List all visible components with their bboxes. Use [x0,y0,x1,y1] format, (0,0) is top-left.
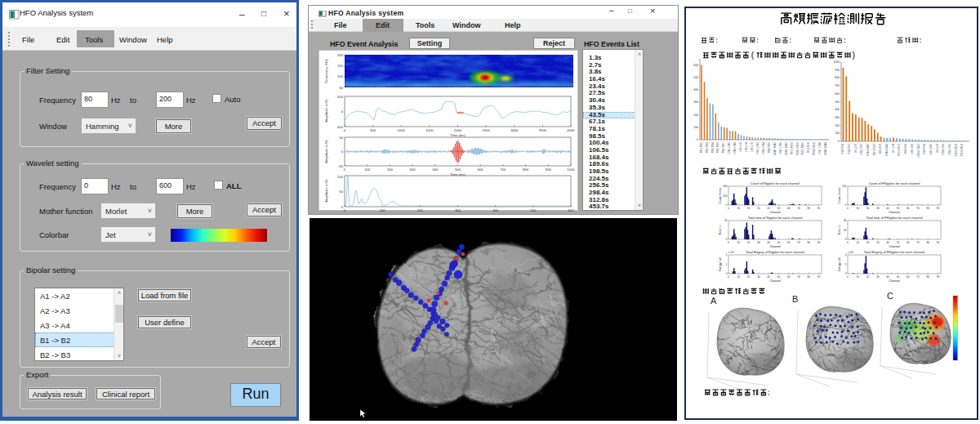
svg-text:50: 50 [777,207,781,210]
svg-text:2: 2 [726,253,728,257]
svg-text:900: 900 [835,69,840,72]
svg-text:0: 0 [728,241,729,244]
svg-text:P3D1-P3D2: P3D1-P3D2 [955,144,958,156]
svg-text:700: 700 [500,167,506,172]
svg-text:400: 400 [835,108,840,111]
svg-text:80: 80 [927,275,930,279]
svg-text:200: 200 [693,114,698,117]
svg-text:P3T1-P3T2: P3T1-P3T2 [873,144,876,156]
svg-text:50: 50 [897,207,900,210]
svg-text:Total Engery of Ripples for ea: Total Engery of Ripples for each channel [746,250,804,254]
svg-text:P3I1-P3I2: P3I1-P3I2 [700,142,703,154]
svg-text:Channel: Channel [769,279,781,283]
svg-text:Amplitude (uV): Amplitude (uV) [324,141,328,163]
svg-text:40: 40 [886,241,889,244]
svg-text:K3B1-K3B2: K3B1-K3B2 [785,142,788,155]
svg-text:100: 100 [835,132,840,135]
svg-text:LTB3-LTB4: LTB3-LTB4 [762,142,765,154]
svg-text:800: 800 [835,76,840,79]
svg-text:Count / times: Count / times [719,187,722,203]
svg-text:0: 0 [847,207,849,210]
svg-text:20: 20 [866,207,870,210]
svg-text:100: 100 [693,126,698,129]
svg-text:70: 70 [797,207,800,210]
svg-text:80: 80 [808,207,811,210]
svg-text:50: 50 [724,219,728,222]
svg-text:500: 500 [337,95,344,99]
svg-text:20: 20 [747,275,751,279]
svg-text:600: 600 [835,92,840,96]
svg-text:C: C [887,291,893,301]
svg-text:600: 600 [693,64,698,67]
svg-text:-500: -500 [336,125,344,129]
svg-text:800: 800 [523,167,529,172]
svg-text:0: 0 [728,275,729,279]
svg-text:LH7-LH8: LH7-LH8 [892,144,895,154]
svg-text:70: 70 [916,275,920,279]
svg-text:200: 200 [387,167,394,172]
svg-text:200: 200 [835,124,840,127]
svg-text:10: 10 [737,241,741,244]
svg-text:LH5-LH6: LH5-LH6 [751,142,754,152]
svg-text:50: 50 [897,275,900,279]
svg-text:0: 0 [344,128,346,132]
svg-text:50: 50 [339,136,343,140]
svg-text:50: 50 [339,86,343,90]
svg-text:P3H1-P3H2: P3H1-P3H2 [960,144,964,156]
svg-text:Time / s: Time / s [838,225,841,234]
svg-text:LTA1-LTA2: LTA1-LTA2 [728,142,731,154]
svg-text:90: 90 [817,241,821,244]
svg-text:P3I8-P3I9: P3I8-P3I9 [768,142,771,154]
svg-text:30: 30 [876,275,880,279]
svg-text:20: 20 [866,241,870,244]
svg-text:x 107: x 107 [728,251,735,254]
svg-text:400: 400 [723,185,728,188]
svg-text:150: 150 [337,64,344,68]
svg-text:K3A1-K3A2: K3A1-K3A2 [773,142,777,155]
svg-text:LTA1-LTA2: LTA1-LTA2 [929,144,933,155]
svg-text:LH3-LH4: LH3-LH4 [745,142,748,152]
svg-text:0: 0 [341,150,344,154]
svg-text:2000: 2000 [454,128,462,132]
svg-text:P3I6-P3I7: P3I6-P3I7 [848,144,851,154]
svg-text:-50: -50 [338,164,344,168]
svg-text:300: 300 [693,100,698,104]
svg-text:200: 200 [337,53,344,57]
svg-text:Time (ms): Time (ms) [450,133,466,137]
svg-text:90: 90 [817,275,821,279]
svg-text:Total time of FRipples for eac: Total time of FRipples for each channel [866,216,922,220]
svg-text:4000: 4000 [567,128,575,132]
svg-text:30: 30 [876,241,880,244]
svg-text:K3A3-K3A4: K3A3-K3A4 [885,144,889,156]
svg-text:LH1-LH2: LH1-LH2 [739,142,742,152]
svg-text:P3I3-P3I4: P3I3-P3I4 [711,142,715,154]
svg-text:LTB1-LTB2: LTB1-LTB2 [756,142,760,154]
svg-text:1000: 1000 [567,167,575,172]
svg-text:90: 90 [817,207,821,210]
svg-text:Amplitude (uV): Amplitude (uV) [324,180,328,203]
svg-text:50: 50 [777,275,781,279]
svg-text:30: 30 [876,207,880,210]
svg-text:P3D1-P3D2: P3D1-P3D2 [796,142,800,155]
svg-text:P3I2-P3I3: P3I2-P3I3 [706,142,709,154]
svg-text:500: 500 [370,128,376,132]
svg-text:0: 0 [847,275,849,279]
svg-text:1000: 1000 [398,128,406,132]
svg-text:500: 500 [842,185,847,188]
svg-text:500: 500 [693,76,698,79]
svg-text:70: 70 [916,207,920,210]
svg-text:Count of Ripples for each chan: Count of Ripples for each channel [751,181,800,185]
svg-text:600: 600 [568,208,575,212]
svg-text:x 108: x 108 [848,251,854,254]
svg-text:50: 50 [897,241,900,244]
svg-text:60: 60 [787,241,791,244]
svg-text:20: 20 [844,229,847,232]
svg-text:K3A3-K3A4: K3A3-K3A4 [824,142,827,155]
svg-text:P3T1-P3T2: P3T1-P3T2 [791,142,794,155]
svg-text:Channel: Channel [889,279,900,283]
svg-text:70: 70 [916,241,920,244]
svg-text:P3E1-P3E2: P3E1-P3E2 [801,142,804,155]
svg-text:Channel: Channel [769,245,781,248]
svg-text:100: 100 [364,167,371,172]
svg-text:LTB7-LTB8: LTB7-LTB8 [818,142,822,154]
